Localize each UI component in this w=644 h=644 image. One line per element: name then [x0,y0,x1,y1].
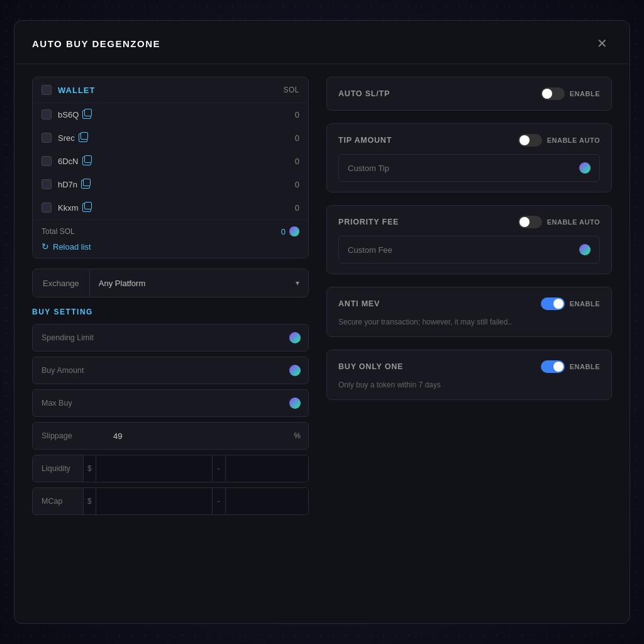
priority-fee-toggle-label: ENABLE AUTO [547,218,600,226]
auto-sltp-row: AUTO SL/TP ENABLE [338,87,600,100]
mcap-dollar-left: $ [83,487,96,515]
auto-sltp-toggle[interactable] [541,87,565,100]
anti-mev-toggle-group: ENABLE [541,297,600,310]
liquidity-input-group: $ - $ [83,455,309,482]
wallet-row-value-4: 0 [287,203,299,213]
slippage-suffix: % [286,431,308,440]
priority-fee-label: PRIORITY FEE [338,218,399,226]
wallet-row-name-2: 6DcN [58,157,280,166]
exchange-label: Exchange [33,269,90,297]
buy-amount-label: Buy Amount [33,366,108,375]
auto-sltp-toggle-label: ENABLE [570,90,600,97]
modal-title: AUTO BUY DEGENZONE [32,38,160,49]
wallet-row-checkbox-3[interactable] [42,179,52,189]
anti-mev-label: ANTI MEV [338,299,380,308]
wallet-row-checkbox-4[interactable] [42,203,52,213]
custom-tip-input[interactable] [348,164,579,173]
reload-list-button[interactable]: ↻ Reload list [42,242,299,252]
wallet-row-value-1: 0 [287,133,299,143]
wallet-row-checkbox-0[interactable] [42,109,52,119]
tip-amount-input-box [338,154,600,182]
slippage-input[interactable] [108,423,286,449]
tip-amount-toggle-label: ENABLE AUTO [547,136,600,144]
liquidity-min-input[interactable] [96,455,212,482]
buy-amount-input[interactable] [108,357,289,384]
sol-gradient-icon-3 [289,397,301,409]
sol-gradient-icon-2 [289,365,301,376]
custom-fee-input[interactable] [348,245,579,255]
priority-fee-toggle[interactable] [518,216,542,228]
wallet-row-name-0: bS6Q [58,110,280,119]
wallet-row: bS6Q 0 [33,103,308,126]
buy-only-one-toggle[interactable] [541,360,565,373]
mcap-label: MCap [33,497,83,506]
tip-amount-label: TIP AMOUNT [338,136,392,145]
copy-icon-0[interactable] [82,110,91,119]
priority-fee-row: PRIORITY FEE ENABLE AUTO [338,216,600,228]
auto-sltp-label: AUTO SL/TP [338,89,390,98]
liquidity-dollar-left: $ [83,455,96,482]
mcap-input-group: $ - $ [83,487,309,515]
wallet-row: Kkxm 0 [33,196,308,219]
right-column: AUTO SL/TP ENABLE TIP AMOUNT ENABLE AUTO [326,77,612,608]
chevron-down-icon: ▾ [287,279,308,287]
wallet-row-checkbox-1[interactable] [42,133,52,143]
wallet-label: WALLET [58,86,277,95]
buy-only-one-description: Only buy a token within 7 days [338,380,600,389]
wallet-row-checkbox-2[interactable] [42,156,52,166]
modal-header: AUTO BUY DEGENZONE ✕ [14,21,630,64]
priority-fee-input-box [338,236,600,264]
mcap-dash: - [212,487,225,515]
copy-icon-2[interactable] [82,157,91,165]
max-buy-input[interactable] [108,390,289,416]
wallet-row-name-3: hD7n [58,180,280,189]
tip-amount-toggle-group: ENABLE AUTO [518,134,600,147]
copy-icon-4[interactable] [82,203,91,212]
anti-mev-toggle[interactable] [541,297,565,310]
buy-amount-row: Buy Amount [32,357,309,384]
wallet-row: Srec 0 [33,126,308,150]
modal-body: WALLET SOL bS6Q 0 Srec [14,64,630,623]
wallet-row: hD7n 0 [33,173,308,196]
auto-sltp-card: AUTO SL/TP ENABLE [326,77,612,111]
exchange-row: Exchange Any Platform Raydium Orca Meteo… [32,269,309,297]
slippage-row: Slippage % [32,422,309,450]
wallet-row-value-2: 0 [287,157,299,166]
sol-gradient-icon [289,332,301,343]
anti-mev-description: Secure your transaction; however, it may… [338,318,600,326]
tip-amount-row: TIP AMOUNT ENABLE AUTO [338,134,600,147]
liquidity-dash: - [212,455,225,482]
buy-only-one-label: BUY ONLY ONE [338,362,403,371]
mcap-row: MCap $ - $ [32,487,309,515]
spending-limit-label: Spending Limit [33,333,108,342]
auto-sltp-toggle-group: ENABLE [541,87,600,100]
wallet-header: WALLET SOL [33,77,308,103]
mcap-min-input[interactable] [96,487,212,515]
buy-settings: BUY SETTING Spending Limit Buy Amount Ma… [32,308,309,515]
modal: AUTO BUY DEGENZONE ✕ WALLET SOL bS6Q [14,20,630,624]
mcap-max-input[interactable] [225,487,309,515]
liquidity-label: Liquidity [33,464,83,473]
buy-only-one-card: BUY ONLY ONE ENABLE Only buy a token wit… [326,350,612,400]
max-buy-label: Max Buy [33,399,108,408]
copy-icon-3[interactable] [81,180,90,189]
tip-amount-toggle[interactable] [518,134,542,147]
exchange-select[interactable]: Any Platform Raydium Orca Meteora Pump.f… [90,269,287,297]
copy-icon-1[interactable] [79,133,87,142]
spending-limit-input[interactable] [108,325,289,351]
buy-only-one-toggle-group: ENABLE [541,360,600,373]
wallet-row: 6DcN 0 [33,150,308,173]
wallet-row-value-0: 0 [287,110,299,119]
left-column: WALLET SOL bS6Q 0 Srec [32,77,309,608]
close-button[interactable]: ✕ [592,33,612,53]
max-buy-row: Max Buy [32,389,309,417]
wallet-select-all-checkbox[interactable] [42,85,52,95]
wallet-footer: Total SOL 0 ↻ Reload list [33,219,308,258]
tip-amount-card: TIP AMOUNT ENABLE AUTO [326,123,612,192]
buy-only-one-toggle-label: ENABLE [570,363,600,370]
wallet-sol-label: SOL [283,86,299,94]
liquidity-max-input[interactable] [225,455,309,482]
wallet-box: WALLET SOL bS6Q 0 Srec [32,77,309,258]
liquidity-row: Liquidity $ - $ [32,455,309,482]
wallet-row-value-3: 0 [287,180,299,189]
